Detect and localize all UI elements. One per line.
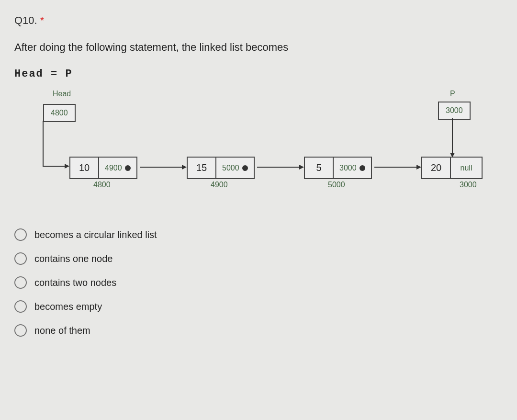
- node-4-data: 20: [422, 158, 451, 178]
- option-1[interactable]: becomes a circular linked list: [14, 228, 503, 241]
- linked-list-diagram: Head 4800 P 3000 10 4900 4800 15 5000 49…: [14, 90, 503, 214]
- head-label: Head: [53, 90, 71, 98]
- radio-icon: [14, 228, 27, 241]
- code-statement: Head = P: [14, 68, 503, 80]
- svg-marker-0: [65, 164, 69, 169]
- node-2-addr: 4900: [211, 181, 228, 189]
- node-1: 10 4900: [69, 157, 137, 179]
- node-4-addr: 3000: [460, 181, 477, 189]
- option-5[interactable]: none of them: [14, 324, 503, 337]
- option-3[interactable]: contains two nodes: [14, 276, 503, 289]
- svg-marker-8: [416, 165, 421, 170]
- head-pointer-box: 4800: [43, 104, 76, 122]
- node-3-data: 5: [305, 158, 334, 178]
- option-2-label: contains one node: [34, 253, 112, 264]
- radio-icon: [14, 324, 27, 337]
- node-4-next: null: [451, 158, 482, 178]
- question-text: After doing the following statement, the…: [14, 41, 503, 54]
- node-1-addr: 4800: [93, 181, 111, 189]
- p-label: P: [450, 90, 455, 98]
- arrow-n3-n4: [374, 162, 422, 172]
- arrow-head-to-node1: [43, 121, 72, 173]
- option-4-label: becomes empty: [34, 301, 102, 312]
- option-1-label: becomes a circular linked list: [34, 229, 157, 240]
- question-number: Q10. *: [14, 14, 503, 27]
- answer-options: becomes a circular linked list contains …: [14, 228, 503, 337]
- node-4: 20 null: [421, 157, 483, 179]
- radio-icon: [14, 300, 27, 313]
- arrow-n2-n3: [257, 162, 305, 172]
- arrow-p-to-node4: [448, 118, 457, 159]
- svg-marker-4: [182, 165, 187, 170]
- option-5-label: none of them: [34, 325, 90, 336]
- svg-marker-6: [299, 165, 304, 170]
- node-3-addr: 5000: [328, 181, 345, 189]
- node-3-next: 3000: [334, 158, 371, 178]
- node-2-next: 5000: [216, 158, 254, 178]
- arrow-n1-n2: [140, 162, 188, 172]
- option-4[interactable]: becomes empty: [14, 300, 503, 313]
- node-2: 15 5000: [187, 157, 255, 179]
- node-2-data: 15: [188, 158, 216, 178]
- radio-icon: [14, 276, 27, 289]
- option-3-label: contains two nodes: [34, 277, 116, 288]
- p-pointer-box: 3000: [438, 102, 471, 120]
- node-1-data: 10: [70, 158, 99, 178]
- option-2[interactable]: contains one node: [14, 252, 503, 265]
- node-3: 5 3000: [304, 157, 372, 179]
- node-1-next: 4900: [99, 158, 136, 178]
- radio-icon: [14, 252, 27, 265]
